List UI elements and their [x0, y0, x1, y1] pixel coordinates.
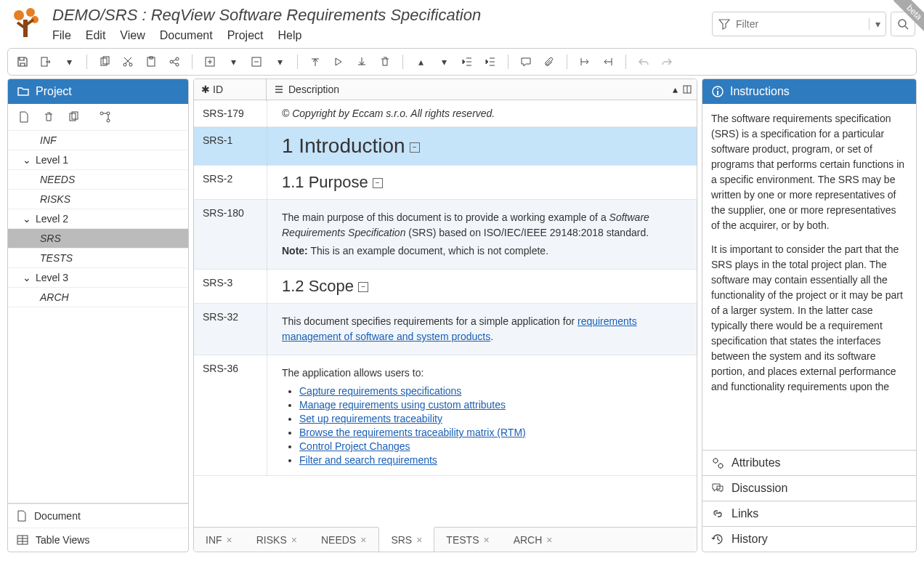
instructions-header: Instructions: [702, 79, 916, 104]
save-icon[interactable]: [14, 53, 31, 70]
delete-icon[interactable]: [376, 53, 394, 70]
tree-item[interactable]: ⌄Level 3: [8, 268, 188, 288]
filter-input[interactable]: [736, 18, 863, 30]
add-caret-icon[interactable]: ▾: [224, 53, 242, 70]
menu-project[interactable]: Project: [227, 29, 264, 42]
export-icon[interactable]: [37, 53, 54, 70]
link[interactable]: Browse the requirements traceability mat…: [299, 427, 526, 438]
comment-icon[interactable]: [517, 53, 535, 70]
tab-label: TESTS: [446, 534, 479, 546]
menu-document[interactable]: Document: [160, 29, 213, 42]
accordion-discussion[interactable]: Discussion: [702, 475, 916, 501]
tree-item[interactable]: SRS: [8, 229, 188, 249]
text: (SRS) based on ISO/IEC/IEEE 29148:2018 s…: [405, 227, 649, 238]
tree-item[interactable]: RISKS: [8, 190, 188, 209]
copy-icon[interactable]: [96, 53, 113, 70]
tree-item[interactable]: NEEDS: [8, 170, 188, 190]
link-out-icon[interactable]: [576, 53, 593, 70]
menu-view[interactable]: View: [120, 29, 145, 42]
document-tab[interactable]: NEEDS×: [309, 528, 378, 552]
document-tab[interactable]: RISKS×: [245, 528, 309, 552]
tableviews-tab[interactable]: Table Views: [8, 528, 188, 552]
link[interactable]: Set up requirements traceability: [299, 413, 442, 424]
link[interactable]: Capture requirements specifications: [299, 385, 461, 397]
tree-item[interactable]: ⌄Level 2: [8, 209, 188, 229]
remove-caret-icon[interactable]: ▾: [271, 53, 288, 70]
filter-dropdown-icon[interactable]: ▾: [869, 18, 880, 30]
table-row[interactable]: SRS-180 The main purpose of this documen…: [194, 200, 697, 270]
close-icon[interactable]: ×: [291, 534, 297, 546]
table-row[interactable]: SRS-2 1.1 Purpose−: [194, 166, 697, 200]
svg-rect-27: [717, 91, 718, 95]
accordion-links[interactable]: Links: [702, 501, 916, 526]
outdent-icon[interactable]: [458, 53, 476, 70]
document-tab[interactable]: INF×: [194, 528, 245, 552]
redo-icon[interactable]: [658, 53, 676, 70]
close-icon[interactable]: ×: [546, 534, 552, 546]
trash-icon[interactable]: [40, 108, 57, 126]
tree-item[interactable]: INF: [8, 131, 188, 150]
link[interactable]: Filter and search requirements: [299, 454, 437, 466]
menu-edit[interactable]: Edit: [86, 29, 106, 42]
collapse-icon[interactable]: −: [410, 142, 420, 153]
tab-label: INF: [206, 534, 222, 546]
tree-structure-icon[interactable]: [97, 108, 114, 126]
history-icon: [711, 533, 724, 546]
close-icon[interactable]: ×: [416, 534, 422, 546]
table-row[interactable]: SRS-1 1 Introduction−: [194, 127, 697, 166]
instructions-title: Instructions: [730, 85, 790, 98]
link-in-icon[interactable]: [599, 53, 617, 70]
new-doc-icon[interactable]: [15, 108, 33, 126]
tree-item-label: Level 1: [36, 154, 68, 166]
sort-up-icon[interactable]: ▴: [673, 84, 678, 95]
duplicate-icon[interactable]: [65, 108, 82, 126]
remove-icon[interactable]: [248, 53, 265, 70]
filter-box[interactable]: ▾: [712, 12, 886, 36]
collapse-icon[interactable]: −: [373, 178, 383, 188]
document-tab[interactable]: Document: [8, 504, 188, 528]
link[interactable]: Control Project Changes: [299, 440, 410, 452]
accordion-attributes[interactable]: Attributes: [702, 450, 916, 475]
tree-item[interactable]: ⌄Level 1: [8, 150, 188, 170]
chevron-down-icon[interactable]: ⌄: [23, 272, 33, 283]
menu-file[interactable]: File: [52, 29, 71, 42]
heading-text: 1.1 Purpose: [282, 173, 368, 191]
demote-icon[interactable]: [353, 53, 370, 70]
chevron-down-icon[interactable]: ⌄: [23, 213, 33, 225]
close-icon[interactable]: ×: [360, 534, 366, 546]
move-down-icon[interactable]: ▾: [435, 53, 453, 70]
column-description-header[interactable]: Description: [267, 79, 668, 100]
menu-help[interactable]: Help: [277, 29, 301, 42]
table-row[interactable]: SRS-36 The application allows users to: …: [194, 355, 697, 476]
table-row[interactable]: SRS-32 This document specifies requireme…: [194, 304, 697, 355]
add-icon[interactable]: [201, 53, 219, 70]
table-row[interactable]: SRS-179 © Copyright by Eccam s.r.o. All …: [194, 100, 697, 127]
instructions-body[interactable]: The software requirements specification …: [702, 104, 916, 450]
attachment-icon[interactable]: [540, 53, 558, 70]
accordion-history[interactable]: History: [702, 526, 916, 552]
document-tab[interactable]: TESTS×: [434, 528, 501, 552]
table-row[interactable]: SRS-3 1.2 Scope−: [194, 270, 697, 304]
tree-item[interactable]: TESTS: [8, 249, 188, 268]
undo-icon[interactable]: [635, 53, 652, 70]
play-icon[interactable]: [330, 53, 347, 70]
export-caret-icon[interactable]: ▾: [60, 53, 78, 70]
collapse-icon[interactable]: −: [358, 282, 368, 292]
column-id-header[interactable]: ✱ ID: [194, 79, 267, 100]
paste-icon[interactable]: [142, 53, 160, 70]
close-icon[interactable]: ×: [483, 534, 489, 546]
share-icon[interactable]: [166, 53, 183, 70]
cut-icon[interactable]: [119, 53, 137, 70]
document-tab[interactable]: SRS×: [378, 527, 434, 552]
link[interactable]: Manage requirements using custom attribu…: [299, 399, 506, 411]
tree-item[interactable]: ARCH: [8, 288, 188, 307]
document-body[interactable]: SRS-179 © Copyright by Eccam s.r.o. All …: [194, 100, 697, 527]
promote-icon[interactable]: [307, 53, 324, 70]
text: This document specifies requirements for…: [282, 315, 578, 327]
close-icon[interactable]: ×: [227, 534, 232, 546]
columns-config-icon[interactable]: [683, 85, 692, 94]
chevron-down-icon[interactable]: ⌄: [23, 154, 33, 166]
document-tab[interactable]: ARCH×: [502, 528, 565, 552]
indent-icon[interactable]: [482, 53, 499, 70]
move-up-icon[interactable]: ▴: [412, 53, 429, 70]
